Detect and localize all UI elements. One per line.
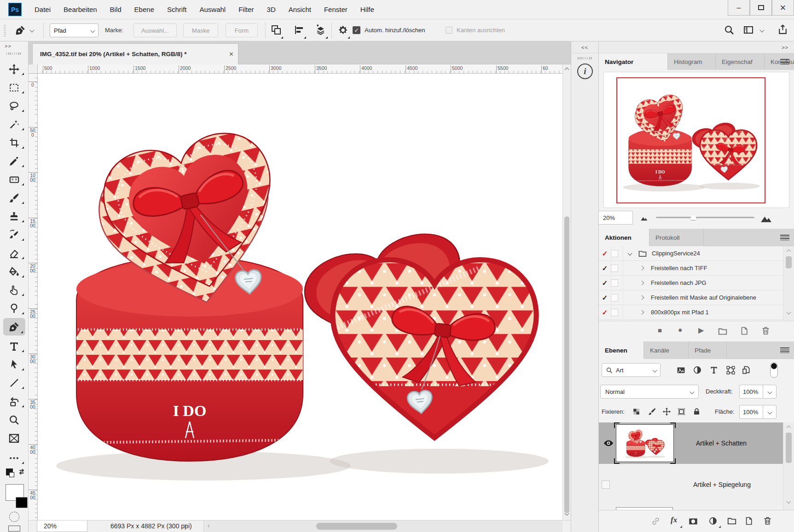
tab-navigator[interactable]: Navigator bbox=[599, 53, 668, 70]
zoom-out-mountain-icon[interactable] bbox=[640, 214, 648, 222]
swap-colors-icon[interactable] bbox=[17, 467, 27, 477]
maske-button[interactable]: Maske bbox=[183, 23, 218, 37]
tool-clone-stamp[interactable] bbox=[0, 207, 28, 226]
maximize-button[interactable] bbox=[750, 0, 772, 16]
ruler-corner[interactable] bbox=[29, 64, 38, 74]
tool-history-brush[interactable] bbox=[0, 226, 28, 244]
fill-field[interactable]: 100% bbox=[739, 405, 763, 419]
lock-all-icon[interactable] bbox=[692, 407, 701, 416]
tool-pen[interactable] bbox=[3, 318, 25, 335]
layer-thumbnail[interactable] bbox=[616, 424, 674, 462]
path-operations-icon[interactable] bbox=[271, 24, 282, 35]
link-layers-icon[interactable] bbox=[651, 516, 661, 526]
new-set-folder-icon[interactable] bbox=[718, 326, 728, 336]
tab-histogramm[interactable]: Histogram bbox=[668, 53, 716, 70]
tool-path-selection[interactable] bbox=[0, 355, 28, 374]
layer-row-artikel-schatten[interactable]: Artikel + Schatten bbox=[599, 422, 783, 464]
action-check-red-icon[interactable]: ✓ bbox=[599, 308, 611, 317]
tool-type[interactable] bbox=[0, 337, 28, 355]
filter-image-icon[interactable] bbox=[676, 365, 686, 375]
blend-mode-select[interactable]: Normal bbox=[600, 385, 699, 399]
menu-schrift[interactable]: Schrift bbox=[161, 0, 193, 19]
tool-line[interactable] bbox=[0, 374, 28, 392]
dock-grip[interactable] bbox=[578, 57, 592, 59]
scroll-up-icon[interactable] bbox=[565, 68, 569, 72]
collapsed-chevron-icon[interactable] bbox=[640, 281, 644, 285]
tab-kanaele[interactable]: Kanäle bbox=[644, 341, 689, 359]
layer-row-artikel-spiegelung[interactable]: Artikel + Spiegelung bbox=[599, 464, 783, 505]
tab-ebenen[interactable]: Ebenen bbox=[599, 341, 644, 359]
workspace-chevron-icon[interactable] bbox=[760, 28, 765, 33]
filter-shape-icon[interactable] bbox=[726, 365, 736, 375]
minimize-button[interactable]: – bbox=[728, 0, 750, 16]
menu-hilfe[interactable]: Hilfe bbox=[354, 0, 381, 19]
action-dialog-toggle[interactable] bbox=[611, 265, 618, 272]
quick-mask-icon[interactable] bbox=[9, 512, 19, 522]
tool-paint-bucket[interactable] bbox=[0, 262, 28, 281]
play-icon[interactable]: ▶ bbox=[698, 326, 704, 335]
layer-filter-select[interactable]: Art bbox=[602, 363, 661, 377]
opacity-field[interactable]: 100% bbox=[739, 385, 763, 399]
canvas[interactable] bbox=[38, 74, 562, 520]
tool-move[interactable] bbox=[0, 60, 28, 78]
action-row[interactable]: ✓ Freistellen nach JPG bbox=[599, 276, 783, 290]
menu-auswahl[interactable]: Auswahl bbox=[193, 0, 232, 19]
tool-marquee[interactable] bbox=[0, 78, 28, 97]
scroll-down-icon[interactable] bbox=[787, 499, 791, 504]
scroll-left-icon[interactable]: ‹ bbox=[208, 522, 210, 529]
zoom-in-mountain-icon[interactable] bbox=[760, 212, 772, 224]
tool-smudge[interactable] bbox=[0, 281, 28, 299]
tool-eyedropper[interactable] bbox=[0, 152, 28, 170]
filter-type-icon[interactable] bbox=[709, 365, 719, 375]
new-action-icon[interactable] bbox=[740, 326, 749, 335]
gear-icon[interactable] bbox=[337, 24, 348, 36]
new-layer-icon[interactable] bbox=[744, 516, 753, 526]
tab-pfade[interactable]: Pfade bbox=[689, 341, 727, 359]
layer-name[interactable]: Artikel + Spiegelung bbox=[693, 481, 751, 488]
tool-more[interactable] bbox=[0, 449, 28, 467]
vertical-scroll-thumb[interactable] bbox=[564, 216, 569, 513]
menu-ansicht[interactable]: Ansicht bbox=[282, 0, 318, 19]
pen-tool-preset-icon[interactable] bbox=[15, 24, 26, 36]
pen-mode-select[interactable]: Pfad bbox=[50, 23, 99, 37]
tool-preset-chevron-icon[interactable] bbox=[30, 28, 35, 33]
path-align-icon[interactable] bbox=[294, 24, 305, 35]
canvas-horizontal-scrollbar[interactable]: ‹ bbox=[203, 520, 562, 532]
menu-fenster[interactable]: Fenster bbox=[318, 0, 354, 19]
align-edges-checkbox[interactable] bbox=[446, 27, 452, 34]
search-icon[interactable] bbox=[724, 24, 735, 35]
action-row[interactable]: ✓ Freistellen mit Maske auf Originaleben… bbox=[599, 290, 783, 305]
tab-korrekturen[interactable]: Korrekture bbox=[765, 53, 794, 70]
document-tab[interactable]: IMG_4352.tif bei 20% (Artikel + Schatten… bbox=[32, 43, 238, 64]
tool-lasso[interactable] bbox=[0, 97, 28, 115]
tool-brush[interactable] bbox=[0, 189, 28, 207]
tool-healing[interactable] bbox=[0, 170, 28, 189]
expand-chevron-icon[interactable] bbox=[628, 251, 632, 256]
tool-rotate-view[interactable] bbox=[0, 392, 28, 411]
path-arrange-icon[interactable] bbox=[315, 24, 326, 36]
record-icon[interactable]: ● bbox=[678, 326, 683, 334]
tab-eigenschaften[interactable]: Eigenschaf bbox=[716, 53, 765, 70]
dock-expand-bar[interactable]: >> bbox=[599, 41, 794, 53]
opacity-dropdown[interactable] bbox=[763, 385, 777, 399]
dock-collapse-bar[interactable]: << bbox=[571, 41, 598, 53]
options-grip[interactable] bbox=[4, 25, 6, 37]
vertical-ruler[interactable]: 0 500 1000 1500 2000 2500 3000 3500 4000… bbox=[29, 74, 38, 520]
adjustment-layer-icon[interactable] bbox=[708, 516, 718, 526]
menu-datei[interactable]: Datei bbox=[28, 0, 57, 19]
action-dialog-toggle[interactable] bbox=[611, 294, 618, 301]
tool-dodge[interactable] bbox=[0, 299, 28, 318]
menu-bearbeiten[interactable]: Bearbeiten bbox=[57, 0, 104, 19]
tool-crop[interactable] bbox=[0, 133, 28, 152]
collapsed-chevron-icon[interactable] bbox=[640, 295, 644, 300]
action-set-row[interactable]: ✓ ClippingService24 bbox=[599, 246, 783, 261]
toolbar-expand-icon[interactable]: >> bbox=[5, 43, 12, 49]
action-check-icon[interactable]: ✓ bbox=[599, 279, 611, 287]
menu-filter[interactable]: Filter bbox=[232, 0, 260, 19]
navigator-menu-icon[interactable] bbox=[780, 59, 789, 64]
navigator-zoom-slider[interactable] bbox=[656, 217, 754, 218]
tool-quick-selection[interactable] bbox=[0, 115, 28, 133]
layers-menu-icon[interactable] bbox=[780, 347, 789, 353]
close-button[interactable]: × bbox=[772, 0, 794, 16]
action-check-icon[interactable]: ✓ bbox=[599, 294, 611, 302]
